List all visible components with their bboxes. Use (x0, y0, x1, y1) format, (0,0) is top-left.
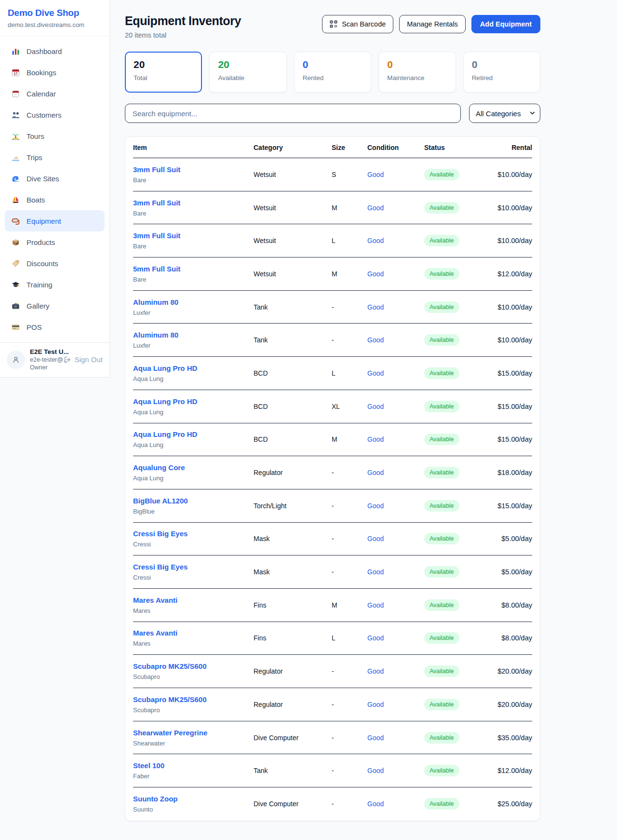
item-size: - (332, 667, 367, 675)
sidebar-item-equipment[interactable]: Equipment (5, 210, 105, 231)
sidebar-item-bookings[interactable]: 17 Bookings (5, 62, 105, 83)
sidebar-item-gallery[interactable]: Gallery (5, 295, 105, 316)
stat-card-total[interactable]: 20 Total (125, 52, 202, 93)
sidebar-item-dashboard[interactable]: Dashboard (5, 41, 105, 62)
stat-card-maintenance[interactable]: 0 Maintenance (378, 52, 456, 93)
stat-label: Maintenance (387, 74, 447, 81)
item-name-link[interactable]: 5mm Full Suit (133, 265, 180, 273)
item-category: Dive Computer (254, 800, 332, 808)
sidebar-item-customers[interactable]: Customers (5, 104, 105, 125)
status-badge: Available (424, 599, 459, 611)
item-name-link[interactable]: Aqualung Core (133, 463, 185, 472)
status-cell: Available (424, 202, 494, 214)
item-name-link[interactable]: Aqua Lung Pro HD (133, 364, 197, 372)
item-rental: $15.00/day (494, 502, 532, 510)
column-header-rental: Rental (494, 144, 532, 151)
status-cell: Available (424, 434, 494, 445)
status-cell: Available (424, 699, 494, 710)
header-buttons: Scan Barcode Manage Rentals Add Equipmen… (322, 15, 540, 33)
item-rental: $8.00/day (494, 601, 532, 609)
sign-out-button[interactable]: Sign Out (64, 355, 103, 364)
category-select[interactable]: All Categories (469, 104, 540, 123)
sidebar-item-products[interactable]: Products (5, 231, 105, 253)
item-condition-link[interactable]: Good (367, 403, 424, 410)
calendar-17-icon: 17 (11, 68, 20, 77)
status-badge: Available (424, 765, 459, 776)
item-name-link[interactable]: Steel 100 (133, 761, 164, 770)
sidebar-item-dive-sites[interactable]: Dive Sites (5, 168, 105, 189)
stat-value: 0 (387, 59, 447, 70)
item-condition-link[interactable]: Good (367, 469, 424, 476)
item-condition-link[interactable]: Good (367, 634, 424, 642)
status-cell: Available (424, 367, 494, 379)
stat-card-rented[interactable]: 0 Rented (294, 52, 371, 93)
status-badge: Available (424, 367, 459, 379)
manage-rentals-button[interactable]: Manage Rentals (399, 15, 466, 33)
column-header-category: Category (254, 144, 332, 151)
item-condition-link[interactable]: Good (367, 435, 424, 443)
stat-card-available[interactable]: 20 Available (209, 52, 286, 93)
item-condition-link[interactable]: Good (367, 171, 424, 178)
add-equipment-button[interactable]: Add Equipment (471, 15, 540, 33)
item-size: M (332, 270, 367, 278)
item-condition-link[interactable]: Good (367, 502, 424, 510)
item-condition-link[interactable]: Good (367, 336, 424, 344)
item-name-link[interactable]: Scubapro MK25/S600 (133, 695, 207, 704)
sidebar-item-calendar[interactable]: Calendar (5, 83, 105, 104)
sidebar-item-tours[interactable]: Tours (5, 125, 105, 147)
item-name-link[interactable]: Shearwater Peregrine (133, 729, 207, 737)
status-badge: Available (424, 665, 459, 677)
stat-card-retired[interactable]: 0 Retired (463, 52, 540, 93)
item-name-link[interactable]: 3mm Full Suit (133, 165, 180, 174)
sidebar-item-pos[interactable]: POS (5, 316, 105, 338)
item-condition-link[interactable]: Good (367, 701, 424, 708)
item-condition-link[interactable]: Good (367, 369, 424, 377)
item-name-link[interactable]: 3mm Full Suit (133, 231, 180, 240)
item-brand: Cressi (133, 541, 254, 548)
item-name-link[interactable]: BigBlue AL1200 (133, 497, 188, 505)
item-name-link[interactable]: Aluminum 80 (133, 331, 178, 339)
item-condition-link[interactable]: Good (367, 601, 424, 609)
item-name-link[interactable]: Aqua Lung Pro HD (133, 430, 197, 438)
search-input[interactable] (125, 104, 461, 123)
item-name-link[interactable]: Cressi Big Eyes (133, 529, 188, 538)
item-condition-link[interactable]: Good (367, 237, 424, 244)
shop-name: Demo Dive Shop (8, 8, 102, 18)
item-name-link[interactable]: Mares Avanti (133, 596, 177, 604)
sidebar-item-boats[interactable]: Boats (5, 189, 105, 210)
item-brand: Aqua Lung (133, 441, 254, 448)
item-condition-link[interactable]: Good (367, 800, 424, 808)
item-brand: Aqua Lung (133, 408, 254, 416)
item-brand: Scubapro (133, 673, 254, 680)
item-condition-link[interactable]: Good (367, 568, 424, 576)
status-cell: Available (424, 235, 494, 246)
item-condition-link[interactable]: Good (367, 303, 424, 311)
status-badge: Available (424, 401, 459, 412)
item-name-link[interactable]: 3mm Full Suit (133, 199, 180, 207)
item-name-link[interactable]: Mares Avanti (133, 629, 177, 637)
stat-label: Retired (472, 74, 532, 81)
item-brand: Bare (133, 243, 254, 250)
item-condition-link[interactable]: Good (367, 535, 424, 542)
item-size: - (332, 469, 367, 476)
item-name-link[interactable]: Suunto Zoop (133, 795, 177, 803)
sidebar-item-training[interactable]: Training (5, 274, 105, 295)
item-cell: Aqualung Core Aqua Lung (133, 463, 254, 482)
item-category: Tank (254, 303, 332, 311)
item-condition-link[interactable]: Good (367, 270, 424, 278)
item-name-link[interactable]: Aqua Lung Pro HD (133, 397, 197, 406)
item-name-link[interactable]: Scubapro MK25/S600 (133, 662, 207, 670)
table-row: BigBlue AL1200 BigBlue Torch/Light - Goo… (133, 489, 532, 523)
sidebar-item-discounts[interactable]: Discounts (5, 253, 105, 274)
item-condition-link[interactable]: Good (367, 767, 424, 774)
item-condition-link[interactable]: Good (367, 667, 424, 675)
item-name-link[interactable]: Cressi Big Eyes (133, 563, 188, 571)
sidebar-item-label: POS (27, 323, 42, 331)
scan-barcode-button[interactable]: Scan Barcode (322, 15, 393, 33)
svg-text:17: 17 (13, 72, 17, 75)
column-header-size: Size (332, 144, 367, 151)
sidebar-item-trips[interactable]: Trips (5, 147, 105, 168)
item-condition-link[interactable]: Good (367, 204, 424, 212)
item-name-link[interactable]: Aluminum 80 (133, 298, 178, 306)
item-condition-link[interactable]: Good (367, 734, 424, 742)
